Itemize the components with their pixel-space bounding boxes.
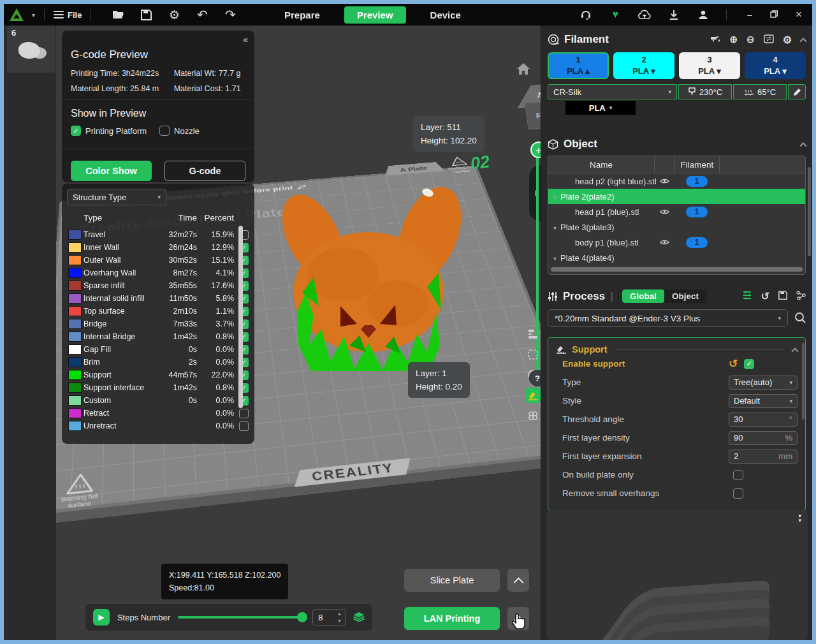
mode-tab[interactable]: Device bbox=[418, 6, 474, 24]
viewport-3d[interactable]: please apply glue before print A Plate C… bbox=[56, 26, 541, 640]
view-mode-button[interactable]: Color Show bbox=[71, 161, 152, 181]
sync-filament-icon[interactable] bbox=[764, 34, 774, 45]
slice-plate-button[interactable]: Slice Plate bbox=[404, 569, 500, 592]
home-view-icon[interactable] bbox=[516, 62, 530, 77]
reset-value-icon[interactable]: ↺ bbox=[729, 357, 738, 370]
object-row[interactable]: ▾Plate 2(plate2) bbox=[548, 189, 805, 204]
plate-thumbnail[interactable]: 6 bbox=[7, 26, 55, 73]
visibility-checkbox[interactable] bbox=[239, 409, 249, 418]
flush-tap-icon[interactable] bbox=[710, 34, 721, 45]
nozzle-temp[interactable]: 230°C bbox=[678, 84, 732, 99]
setting-input[interactable]: 90% bbox=[729, 431, 798, 445]
slice-options-button[interactable] bbox=[507, 569, 529, 592]
undo-icon[interactable]: ↶ bbox=[196, 8, 208, 21]
steps-slider[interactable] bbox=[178, 616, 305, 618]
close-button[interactable]: × bbox=[796, 8, 802, 21]
command-clover-icon[interactable] bbox=[525, 408, 541, 423]
filament-slot[interactable]: 2 PLA ▾ bbox=[613, 52, 674, 79]
save-icon[interactable] bbox=[140, 8, 152, 21]
collapse-support-icon[interactable] bbox=[791, 348, 798, 355]
setting-dropdown[interactable]: Default▾ bbox=[729, 394, 798, 408]
cube-face-front[interactable]: Front bbox=[525, 101, 541, 129]
object-row[interactable]: ▾Plate 3(plate3) bbox=[548, 219, 805, 235]
layer-slider-top-handle[interactable]: + bbox=[530, 142, 541, 158]
reset-process-icon[interactable]: ↺ bbox=[761, 290, 769, 302]
mode-tab[interactable]: Prepare bbox=[272, 6, 333, 24]
filament-badge[interactable]: 1 bbox=[674, 207, 719, 217]
setting-checkbox[interactable] bbox=[733, 470, 743, 480]
setting-checkbox[interactable] bbox=[733, 488, 743, 499]
object-vertical-scrollbar[interactable] bbox=[808, 167, 811, 256]
maximize-button[interactable] bbox=[770, 10, 778, 20]
filament-slot[interactable]: 3 PLA ▾ bbox=[679, 52, 740, 79]
compare-params-icon[interactable] bbox=[796, 291, 806, 302]
filament-slot[interactable]: 4 PLA ▾ bbox=[745, 52, 806, 79]
structure-type-dropdown[interactable]: Structure Type▾ bbox=[67, 189, 166, 205]
structure-scrollbar[interactable] bbox=[238, 226, 243, 408]
preview-option[interactable]: Printing Platform bbox=[71, 126, 147, 136]
view-mode-button[interactable]: G-code bbox=[164, 161, 245, 181]
preview-option[interactable]: Nozzle bbox=[159, 126, 200, 136]
mode-tab[interactable]: Preview bbox=[344, 6, 406, 24]
health-heart-icon[interactable]: ♥ bbox=[609, 8, 622, 21]
save-preset-icon[interactable] bbox=[778, 291, 787, 302]
filament-settings-gear-icon[interactable]: ⚙ bbox=[783, 34, 792, 46]
cloud-upload-icon[interactable] bbox=[638, 8, 651, 21]
object-horizontal-scrollbar[interactable] bbox=[551, 267, 803, 272]
checkbox[interactable] bbox=[71, 126, 81, 136]
object-row[interactable]: ▾head p1 (blue).stl 1 bbox=[548, 204, 805, 219]
download-icon[interactable] bbox=[667, 8, 680, 21]
visibility-eye-icon[interactable] bbox=[654, 178, 674, 184]
visibility-eye-icon[interactable] bbox=[654, 239, 674, 245]
layer-steps-icon[interactable] bbox=[525, 326, 541, 342]
visibility-checkbox[interactable] bbox=[239, 421, 249, 431]
slider-knob[interactable] bbox=[297, 612, 307, 622]
process-preset-dropdown[interactable]: *0.20mm Standard @Ender-3 V3 Plus▾ bbox=[548, 309, 788, 327]
lan-printing-button[interactable]: LAN Printing bbox=[404, 607, 500, 630]
plate-name-tab[interactable]: A Plate bbox=[382, 161, 445, 175]
file-menu[interactable]: File bbox=[54, 9, 82, 20]
enable-support-checkbox[interactable] bbox=[744, 359, 754, 369]
search-params-icon[interactable] bbox=[794, 312, 806, 325]
object-row[interactable]: ▾body p1 (blue).stl 1 bbox=[548, 235, 805, 250]
collapse-panel-icon[interactable]: « bbox=[243, 34, 248, 45]
support-card-scrollbar[interactable] bbox=[802, 343, 805, 420]
filament-badge[interactable]: 1 bbox=[674, 237, 719, 248]
minimize-button[interactable]: – bbox=[747, 10, 752, 20]
filament-badge[interactable]: 1 bbox=[674, 176, 719, 187]
setting-input[interactable]: 2mm bbox=[729, 450, 798, 464]
collapse-object-icon[interactable] bbox=[799, 142, 806, 149]
logo-chevron-down-icon[interactable]: ▾ bbox=[32, 11, 35, 18]
view-orientation-cube[interactable]: Top Front bbox=[520, 82, 541, 130]
plate-preview-pane[interactable]: ▾▾ bbox=[546, 510, 808, 640]
object-row[interactable]: ▾head p2 (light blue).stl 1 bbox=[548, 173, 805, 189]
user-account-icon[interactable] bbox=[697, 8, 710, 21]
support-headset-icon[interactable] bbox=[579, 8, 592, 21]
remove-filament-icon[interactable]: ⊖ bbox=[747, 34, 755, 45]
setting-input[interactable]: 30° bbox=[729, 413, 798, 427]
material-dropdown[interactable]: CR-Silk▾ bbox=[548, 84, 677, 99]
play-button[interactable]: ▶ bbox=[93, 609, 110, 626]
stepper-arrows[interactable]: ▲▼ bbox=[337, 610, 342, 624]
edit-filament-button[interactable] bbox=[788, 84, 806, 99]
redo-icon[interactable]: ↷ bbox=[224, 8, 237, 21]
settings-gear-icon[interactable]: ⚙ bbox=[168, 8, 180, 21]
advanced-params-icon[interactable] bbox=[742, 291, 752, 302]
expand-preview-icon[interactable]: ▾▾ bbox=[798, 514, 801, 523]
checkbox[interactable] bbox=[159, 126, 170, 136]
selection-box-icon[interactable] bbox=[525, 347, 541, 362]
process-scope-tab[interactable]: Global bbox=[622, 289, 664, 303]
filament-type-dropdown[interactable]: PLA▾ bbox=[565, 101, 636, 115]
setting-dropdown[interactable]: Tree(auto)▾ bbox=[729, 376, 798, 390]
collapse-filament-icon[interactable] bbox=[799, 38, 806, 45]
process-scope-tab[interactable]: Object bbox=[664, 289, 706, 303]
visibility-eye-icon[interactable] bbox=[654, 209, 674, 215]
printed-model[interactable] bbox=[247, 185, 490, 384]
bed-temp[interactable]: 65°C bbox=[733, 84, 787, 99]
steps-input[interactable]: 8 ▲▼ bbox=[312, 609, 346, 626]
add-filament-icon[interactable]: ⊕ bbox=[730, 34, 738, 45]
filament-slot[interactable]: 1 PLA ▴ bbox=[548, 52, 609, 79]
open-file-icon[interactable] bbox=[112, 8, 124, 21]
layers-mode-icon[interactable] bbox=[353, 611, 365, 624]
support-paint-tool[interactable] bbox=[525, 388, 541, 403]
